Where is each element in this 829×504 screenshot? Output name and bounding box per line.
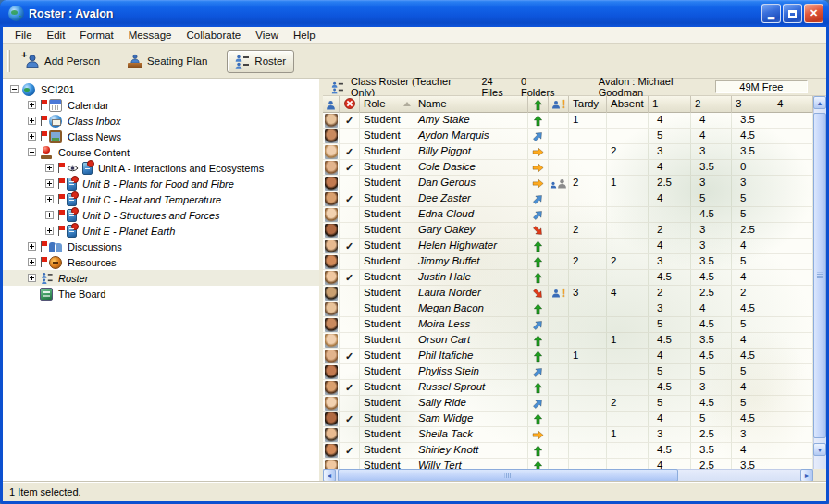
tree-expander[interactable] xyxy=(45,227,54,235)
menu-item-file[interactable]: File xyxy=(7,28,40,43)
column-header-tardy[interactable]: Tardy xyxy=(569,96,607,113)
roster-row-laura-norder[interactable]: StudentLaura Norder!3422.52 xyxy=(323,286,813,301)
roster-row-dan-gerous[interactable]: StudentDan Gerous212.533 xyxy=(323,176,813,191)
menu-item-collaborate[interactable]: Collaborate xyxy=(179,28,248,43)
add-person-button[interactable]: + Add Person xyxy=(17,49,108,73)
roster-row-aydon-marquis[interactable]: StudentAydon Marquis544.5 xyxy=(323,129,813,144)
column-header-role[interactable]: Role xyxy=(360,96,414,113)
grade-2-value: 3 xyxy=(699,145,705,156)
column-header-trend[interactable] xyxy=(528,96,549,113)
tree-item-unit-b-plants-for-food-and-fibre[interactable]: Unit B - Plants for Food and Fibre xyxy=(3,176,319,191)
add-person-icon: + xyxy=(25,54,40,68)
app-globe-icon xyxy=(8,6,24,21)
tree-expander[interactable] xyxy=(45,195,54,203)
menu-item-edit[interactable]: Edit xyxy=(40,28,73,43)
tree-expander[interactable] xyxy=(28,274,36,282)
roster-button[interactable]: Roster xyxy=(227,50,294,73)
toolbar-gripper[interactable] xyxy=(7,50,10,72)
roster-row-shirley-knott[interactable]: ✓StudentShirley Knott4.53.54 xyxy=(323,443,813,459)
roster-row-dee-zaster[interactable]: ✓StudentDee Zaster455 xyxy=(323,191,813,207)
role-value: Student xyxy=(364,428,401,439)
roster-row-sam-widge[interactable]: ✓StudentSam Widge454.5 xyxy=(323,412,813,427)
grade-1-value: 5 xyxy=(657,318,662,329)
column-header-avatar[interactable] xyxy=(323,96,340,113)
close-button[interactable]: ✕ xyxy=(804,4,823,23)
grade-3-value: 2.5 xyxy=(740,224,755,235)
red-flag-icon xyxy=(57,194,65,204)
tree-expander[interactable] xyxy=(28,242,36,251)
scroll-left-button[interactable]: ◄ xyxy=(323,469,336,482)
roster-row-russel-sprout[interactable]: ✓StudentRussel Sprout4.534 xyxy=(323,380,813,396)
seating-plan-button[interactable]: Seating Plan xyxy=(119,49,216,73)
roster-row-edna-cloud[interactable]: StudentEdna Cloud4.55 xyxy=(323,207,813,223)
student-photo xyxy=(325,381,338,395)
tree-expander[interactable] xyxy=(10,85,19,93)
roster-row-helen-highwater[interactable]: ✓StudentHelen Highwater434 xyxy=(323,239,813,254)
tree-item-class-inbox[interactable]: Class Inbox xyxy=(3,113,319,129)
guardian-icon xyxy=(550,178,567,189)
tree-item-roster[interactable]: Roster xyxy=(3,270,319,286)
roster-row-cole-dasice[interactable]: ✓StudentCole Dasice43.50 xyxy=(323,160,813,176)
roster-row-phil-itafiche[interactable]: ✓StudentPhil Itafiche144.54.5 xyxy=(323,349,813,364)
tree-expander[interactable] xyxy=(45,164,54,172)
tree-item-unit-a-interactions-and-ecosystems[interactable]: Unit A - Interactions and Ecosystems xyxy=(3,160,319,176)
minimize-button[interactable]: ▂ xyxy=(761,4,781,23)
roster-row-sally-ride[interactable]: StudentSally Ride254.55 xyxy=(323,396,813,412)
scroll-down-button[interactable]: ▼ xyxy=(813,443,826,456)
tree-expander[interactable] xyxy=(28,101,36,109)
tree-expander[interactable] xyxy=(28,148,36,156)
menu-item-message[interactable]: Message xyxy=(121,28,179,43)
tree-item-unit-c-heat-and-temperature[interactable]: Unit C - Heat and Temperature xyxy=(3,191,319,207)
column-header-check[interactable] xyxy=(340,96,360,113)
scroll-up-button[interactable]: ▲ xyxy=(813,96,826,109)
trend-rise-icon xyxy=(532,193,544,205)
column-header-alert[interactable]: ! xyxy=(549,96,569,113)
grade-2-value: 4 xyxy=(699,114,705,125)
column-header-g4[interactable]: 4 xyxy=(773,96,813,113)
person-alert-icon: ! xyxy=(551,98,565,111)
horizontal-scroll-thumb[interactable] xyxy=(338,469,678,482)
grade-2-value: 3 xyxy=(699,240,705,251)
roster-row-amy-stake[interactable]: ✓StudentAmy Stake1443.5 xyxy=(323,113,813,129)
tree-expander[interactable] xyxy=(45,179,54,188)
tree-item-unit-d-structures-and-forces[interactable]: Unit D - Structures and Forces xyxy=(3,207,319,223)
selected-check-icon: ✓ xyxy=(345,272,353,284)
roster-row-sheila-tack[interactable]: StudentSheila Tack132.53 xyxy=(323,427,813,443)
roster-row-moira-less[interactable]: StudentMoira Less54.55 xyxy=(323,317,813,333)
column-header-absent[interactable]: Absent xyxy=(607,96,649,113)
column-header-g2[interactable]: 2 xyxy=(691,96,732,113)
tree-item-sci201[interactable]: SCI201 xyxy=(3,81,319,97)
roster-row-megan-bacon[interactable]: StudentMegan Bacon344.5 xyxy=(323,301,813,317)
tree-item-the-board[interactable]: The Board xyxy=(3,286,319,301)
tree-item-resources[interactable]: Resources xyxy=(3,254,319,270)
tree-expander[interactable] xyxy=(28,258,36,266)
tree-expander[interactable] xyxy=(45,211,54,219)
maximize-button[interactable] xyxy=(783,4,802,23)
roster-row-willy-tert[interactable]: StudentWilly Tert42.53.5 xyxy=(323,459,813,469)
menu-item-help[interactable]: Help xyxy=(286,28,323,43)
tree-expander[interactable] xyxy=(28,117,36,125)
tree-item-calendar[interactable]: Calendar xyxy=(3,97,319,113)
tree-item-discussions[interactable]: Discussions xyxy=(3,239,319,254)
column-header-g1[interactable]: 1 xyxy=(649,96,691,113)
roster-row-gary-oakey[interactable]: StudentGary Oakey2232.5 xyxy=(323,223,813,239)
tree-expander[interactable] xyxy=(28,132,36,141)
trend-flat-icon xyxy=(532,429,544,441)
scroll-right-button[interactable]: ► xyxy=(800,469,813,482)
roster-row-billy-piggot[interactable]: ✓StudentBilly Piggot2333.5 xyxy=(323,144,813,160)
vertical-scroll-thumb[interactable] xyxy=(813,113,826,438)
roster-row-phyliss-stein[interactable]: StudentPhyliss Stein555 xyxy=(323,364,813,380)
tree-item-course-content[interactable]: Course Content xyxy=(3,144,319,160)
column-header-name[interactable]: Name xyxy=(414,96,528,113)
horizontal-scrollbar[interactable]: ◄ ► xyxy=(323,469,813,482)
roster-row-jimmy-buffet[interactable]: StudentJimmy Buffet2233.55 xyxy=(323,254,813,270)
menu-item-view[interactable]: View xyxy=(248,28,286,43)
menu-item-format[interactable]: Format xyxy=(72,28,120,43)
column-header-g3[interactable]: 3 xyxy=(732,96,773,113)
tree-item-unit-e-planet-earth[interactable]: Unit E - Planet Earth xyxy=(3,223,319,239)
roster-row-justin-hale[interactable]: ✓StudentJustin Hale4.54.54 xyxy=(323,270,813,286)
tree-item-class-news[interactable]: Class News xyxy=(3,129,319,144)
vertical-scrollbar[interactable]: ▲ ▼ xyxy=(813,96,826,469)
roster-row-orson-cart[interactable]: StudentOrson Cart14.53.54 xyxy=(323,333,813,349)
grade-1-value: 5 xyxy=(657,397,662,408)
